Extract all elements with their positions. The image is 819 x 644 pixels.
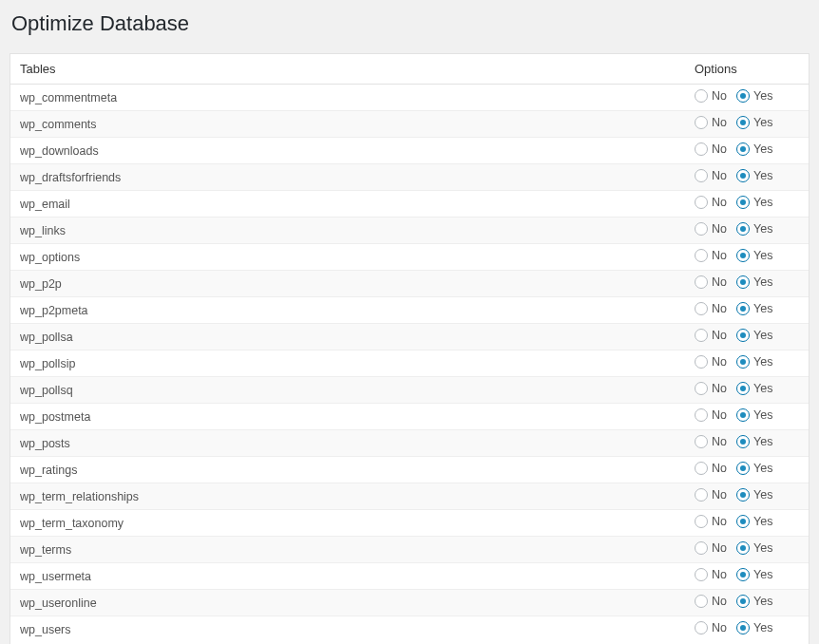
radio-no-group[interactable]: No xyxy=(695,142,727,156)
radio-yes[interactable] xyxy=(736,116,750,129)
table-cell-name: wp_term_taxonomy xyxy=(10,510,685,537)
radio-no[interactable] xyxy=(695,302,708,315)
radio-no[interactable] xyxy=(695,142,708,156)
radio-no[interactable] xyxy=(695,116,708,129)
radio-no[interactable] xyxy=(695,329,708,342)
radio-no[interactable] xyxy=(695,249,708,262)
radio-no[interactable] xyxy=(695,275,708,289)
radio-yes-group[interactable]: Yes xyxy=(736,462,772,475)
radio-no-group[interactable]: No xyxy=(695,462,727,475)
radio-yes-group[interactable]: Yes xyxy=(736,515,772,528)
radio-no-label: No xyxy=(712,382,727,395)
radio-yes-label: Yes xyxy=(753,541,772,555)
radio-yes[interactable] xyxy=(736,142,750,156)
radio-yes-group[interactable]: Yes xyxy=(736,488,772,502)
radio-no-group[interactable]: No xyxy=(695,382,727,395)
radio-yes-group[interactable]: Yes xyxy=(736,435,772,448)
radio-no-group[interactable]: No xyxy=(695,515,727,528)
radio-yes[interactable] xyxy=(736,541,750,555)
radio-yes-group[interactable]: Yes xyxy=(736,568,772,581)
radio-no-group[interactable]: No xyxy=(695,621,727,635)
radio-yes[interactable] xyxy=(736,302,750,315)
header-tables: Tables xyxy=(10,54,685,85)
radio-yes-group[interactable]: Yes xyxy=(736,142,772,156)
radio-yes[interactable] xyxy=(736,435,750,448)
radio-no[interactable] xyxy=(695,355,708,369)
radio-no-label: No xyxy=(712,462,727,475)
radio-no[interactable] xyxy=(695,621,708,635)
table-cell-options: NoYes xyxy=(685,457,809,483)
radio-yes[interactable] xyxy=(736,222,750,236)
radio-no[interactable] xyxy=(695,595,708,608)
radio-yes-group[interactable]: Yes xyxy=(736,169,772,182)
radio-no-group[interactable]: No xyxy=(695,595,727,608)
radio-yes-label: Yes xyxy=(753,462,772,475)
radio-yes-group[interactable]: Yes xyxy=(736,621,772,635)
radio-yes[interactable] xyxy=(736,408,750,422)
radio-no-group[interactable]: No xyxy=(695,302,727,315)
radio-yes-group[interactable]: Yes xyxy=(736,408,772,422)
radio-no-group[interactable]: No xyxy=(695,435,727,448)
radio-no[interactable] xyxy=(695,515,708,528)
radio-yes[interactable] xyxy=(736,249,750,262)
radio-yes[interactable] xyxy=(736,568,750,581)
radio-no-label: No xyxy=(712,408,727,422)
radio-yes-group[interactable]: Yes xyxy=(736,89,772,103)
radio-no[interactable] xyxy=(695,541,708,555)
radio-yes[interactable] xyxy=(736,595,750,608)
radio-yes-group[interactable]: Yes xyxy=(736,249,772,262)
radio-yes[interactable] xyxy=(736,196,750,209)
radio-no-group[interactable]: No xyxy=(695,408,727,422)
radio-no-group[interactable]: No xyxy=(695,169,727,182)
radio-yes-group[interactable]: Yes xyxy=(736,222,772,236)
radio-yes-group[interactable]: Yes xyxy=(736,302,772,315)
radio-no[interactable] xyxy=(695,382,708,395)
radio-no-group[interactable]: No xyxy=(695,196,727,209)
radio-yes[interactable] xyxy=(736,329,750,342)
header-options: Options xyxy=(685,54,809,85)
radio-yes-group[interactable]: Yes xyxy=(736,275,772,289)
radio-yes[interactable] xyxy=(736,382,750,395)
table-cell-name: wp_comments xyxy=(10,111,685,138)
radio-no-group[interactable]: No xyxy=(695,89,727,103)
radio-no[interactable] xyxy=(695,435,708,448)
radio-yes[interactable] xyxy=(736,355,750,369)
radio-no[interactable] xyxy=(695,169,708,182)
radio-yes[interactable] xyxy=(736,462,750,475)
radio-yes-group[interactable]: Yes xyxy=(736,116,772,129)
radio-yes[interactable] xyxy=(736,621,750,635)
radio-no-group[interactable]: No xyxy=(695,116,727,129)
radio-no[interactable] xyxy=(695,196,708,209)
radio-yes[interactable] xyxy=(736,275,750,289)
radio-yes-group[interactable]: Yes xyxy=(736,329,772,342)
radio-yes[interactable] xyxy=(736,488,750,502)
radio-yes-label: Yes xyxy=(753,382,772,395)
radio-no-label: No xyxy=(712,568,727,581)
radio-yes-group[interactable]: Yes xyxy=(736,382,772,395)
radio-no-group[interactable]: No xyxy=(695,355,727,369)
radio-yes-group[interactable]: Yes xyxy=(736,541,772,555)
radio-no-group[interactable]: No xyxy=(695,329,727,342)
table-row: wp_postmetaNoYes xyxy=(10,404,809,430)
radio-no[interactable] xyxy=(695,568,708,581)
radio-no[interactable] xyxy=(695,408,708,422)
radio-no-group[interactable]: No xyxy=(695,249,727,262)
radio-no-group[interactable]: No xyxy=(695,275,727,289)
radio-no[interactable] xyxy=(695,462,708,475)
radio-no[interactable] xyxy=(695,222,708,236)
radio-yes[interactable] xyxy=(736,89,750,103)
radio-no[interactable] xyxy=(695,89,708,103)
radio-no-group[interactable]: No xyxy=(695,568,727,581)
radio-yes-group[interactable]: Yes xyxy=(736,595,772,608)
radio-yes-label: Yes xyxy=(753,515,772,528)
radio-no-group[interactable]: No xyxy=(695,541,727,555)
radio-yes[interactable] xyxy=(736,515,750,528)
table-cell-name: wp_downloads xyxy=(10,138,685,164)
radio-no[interactable] xyxy=(695,488,708,502)
radio-no-group[interactable]: No xyxy=(695,222,727,236)
radio-no-group[interactable]: No xyxy=(695,488,727,502)
radio-yes-group[interactable]: Yes xyxy=(736,196,772,209)
radio-no-label: No xyxy=(712,595,727,608)
radio-yes-group[interactable]: Yes xyxy=(736,355,772,369)
radio-yes[interactable] xyxy=(736,169,750,182)
